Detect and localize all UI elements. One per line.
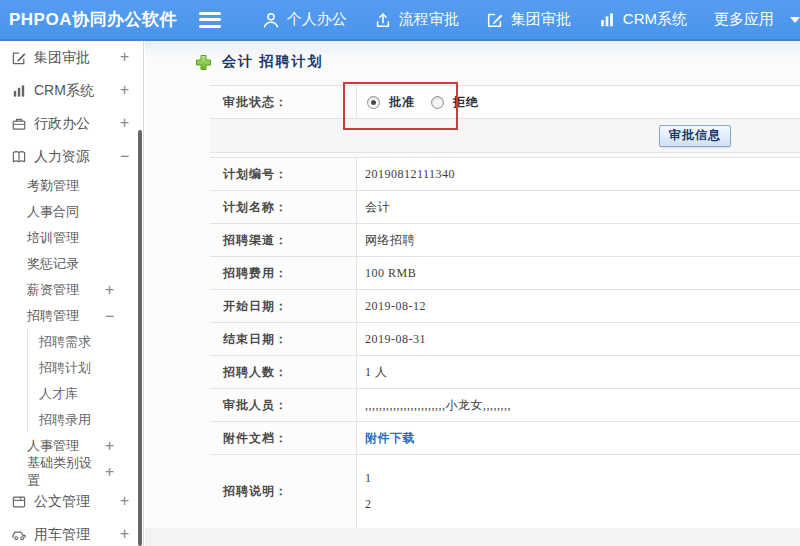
sidebar-item-label: 招聘需求 <box>39 333 91 351</box>
approval-status-value: 批准 拒绝 <box>357 86 800 118</box>
field-row-recruit-cost: 招聘费用：100 RMB <box>210 257 800 290</box>
sidebar-item-recruit-hire[interactable]: 招聘录用 <box>27 407 143 433</box>
sidebar-item-attendance-mgmt[interactable]: 考勤管理 <box>0 173 143 199</box>
car-icon <box>10 526 27 543</box>
sidebar-item-hr-contract[interactable]: 人事合同 <box>0 199 143 225</box>
sidebar-item-base-category-settings[interactable]: 基础类别设置+ <box>0 459 143 485</box>
briefcase-icon <box>10 115 27 132</box>
field-value-start-date: 2019-08-12 <box>357 290 800 322</box>
sidebar-item-recruit-plan[interactable]: 招聘计划 <box>27 355 143 381</box>
field-text: 网络招聘 <box>365 232 415 249</box>
expand-icon[interactable]: + <box>120 494 129 509</box>
sidebar-item-reward-punishment-records[interactable]: 奖惩记录 <box>0 251 143 277</box>
nav-label: 集团审批 <box>511 10 571 29</box>
field-label-plan-number: 计划编号： <box>210 158 357 190</box>
field-row-approvers: 审批人员：,,,,,,,,,,,,,,,,,,,,,,,小龙女,,,,,,,, <box>210 389 800 422</box>
field-label-recruit-channel: 招聘渠道： <box>210 224 357 256</box>
nav-process-approval[interactable]: 流程审批 <box>374 10 459 29</box>
expand-icon[interactable]: + <box>120 83 129 98</box>
description-line: 2 <box>365 491 372 517</box>
sidebar-item-vehicle-mgmt[interactable]: 用车管理+ <box>0 518 143 546</box>
nav-group-approval[interactable]: 集团审批 <box>486 10 571 29</box>
radio-reject[interactable] <box>431 96 444 109</box>
field-row-recruit-channel: 招聘渠道：网络招聘 <box>210 224 800 257</box>
sidebar-item-label: 基础类别设置 <box>27 454 105 490</box>
field-label-recruit-description: 招聘说明： <box>210 455 357 528</box>
field-value-approvers: ,,,,,,,,,,,,,,,,,,,,,,,小龙女,,,,,,,, <box>357 389 800 421</box>
field-text: 1 人 <box>365 364 388 381</box>
nav-label: 流程审批 <box>399 10 459 29</box>
nav-personal-office[interactable]: 个人办公 <box>262 10 347 29</box>
user-icon <box>262 11 280 29</box>
top-nav: 个人办公 流程审批 集团审批 CRM系统 更多应用 <box>235 10 800 29</box>
field-value-attachment-doc: 附件下载 <box>357 422 800 454</box>
doc-icon <box>10 493 27 510</box>
sidebar-item-label: 人才库 <box>39 385 78 403</box>
sidebar-item-label: 行政办公 <box>34 115 90 133</box>
field-label-approvers: 审批人员： <box>210 389 357 421</box>
field-text: 2019-08-12 <box>365 299 426 314</box>
app-logo[interactable]: PHPOA协同办公软件 <box>0 8 191 31</box>
approval-info-button[interactable]: 审批信息 <box>659 125 731 147</box>
sidebar-item-salary-mgmt[interactable]: 薪资管理+ <box>0 277 143 303</box>
sidebar-menu: 集团审批+CRM系统+行政办公+人力资源−考勤管理人事合同培训管理奖惩记录薪资管… <box>0 41 143 546</box>
sidebar-item-crm-system[interactable]: CRM系统+ <box>0 74 143 107</box>
field-row-recruit-description: 招聘说明：12 <box>210 455 800 529</box>
sidebar-item-recruit-mgmt[interactable]: 招聘管理− <box>0 303 143 329</box>
approval-form: 审批状态： 批准 拒绝 审批信息 计划编号：20190812111340计划名称… <box>210 85 800 529</box>
field-text: ,,,,,,,,,,,,,,,,,,,,,,,小龙女,,,,,,,, <box>365 397 511 414</box>
attachment-download-link[interactable]: 附件下载 <box>365 430 415 447</box>
sidebar-scrollbar[interactable] <box>138 130 142 546</box>
expand-icon[interactable]: + <box>120 527 129 542</box>
field-text: 20190812111340 <box>365 167 455 182</box>
nav-label: 个人办公 <box>287 10 347 29</box>
button-bar: 审批信息 <box>210 119 800 153</box>
sidebar-item-talent-pool[interactable]: 人才库 <box>27 381 143 407</box>
approval-status-row: 审批状态： 批准 拒绝 <box>210 85 800 119</box>
add-icon[interactable] <box>195 54 212 71</box>
sidebar-item-training-mgmt[interactable]: 培训管理 <box>0 225 143 251</box>
field-row-end-date: 结束日期：2019-08-31 <box>210 323 800 356</box>
sidebar-item-label: 培训管理 <box>27 229 79 247</box>
expand-icon[interactable]: + <box>105 283 114 298</box>
field-label-plan-name: 计划名称： <box>210 191 357 223</box>
collapse-icon[interactable]: − <box>105 309 114 324</box>
expand-icon[interactable]: + <box>105 465 114 480</box>
main-content: 会计 招聘计划 审批状态： 批准 拒绝 审批信息 计划编号：2019081211… <box>145 41 800 546</box>
radio-approve-label[interactable]: 批准 <box>389 94 415 111</box>
expand-icon[interactable]: + <box>120 50 129 65</box>
sidebar-item-admin-office[interactable]: 行政办公+ <box>0 107 143 140</box>
nav-crm-system[interactable]: CRM系统 <box>598 10 687 29</box>
collapse-icon[interactable]: − <box>120 149 129 164</box>
hamburger-menu-button[interactable] <box>199 12 221 28</box>
edit-square-icon <box>486 11 504 29</box>
radio-reject-label[interactable]: 拒绝 <box>453 94 479 111</box>
page-title-bar: 会计 招聘计划 <box>195 53 324 71</box>
expand-icon[interactable]: + <box>120 116 129 131</box>
book-icon <box>10 148 27 165</box>
field-label-attachment-doc: 附件文档： <box>210 422 357 454</box>
expand-icon[interactable]: + <box>105 439 114 454</box>
sidebar-item-group-approval[interactable]: 集团审批+ <box>0 41 143 74</box>
sidebar-item-recruit-demand[interactable]: 招聘需求 <box>27 329 143 355</box>
nav-more-apps[interactable]: 更多应用 <box>714 10 800 29</box>
sidebar: 集团审批+CRM系统+行政办公+人力资源−考勤管理人事合同培训管理奖惩记录薪资管… <box>0 41 144 546</box>
sidebar-item-label: 奖惩记录 <box>27 255 79 273</box>
field-label-end-date: 结束日期： <box>210 323 357 355</box>
sidebar-item-label: 用车管理 <box>34 526 90 544</box>
sidebar-item-label: 薪资管理 <box>27 281 79 299</box>
sidebar-item-label: 招聘管理 <box>27 307 79 325</box>
radio-approve[interactable] <box>367 96 380 109</box>
process-icon <box>374 11 392 29</box>
field-label-recruit-cost: 招聘费用： <box>210 257 357 289</box>
field-label-recruit-headcount: 招聘人数： <box>210 356 357 388</box>
field-label-approval-status: 审批状态： <box>210 86 357 118</box>
detail-table: 计划编号：20190812111340计划名称：会计招聘渠道：网络招聘招聘费用：… <box>210 157 800 529</box>
approval-status-radio-group: 批准 拒绝 <box>365 94 495 111</box>
nav-label: 更多应用 <box>714 10 774 29</box>
field-value-recruit-cost: 100 RMB <box>357 257 800 289</box>
field-value-recruit-headcount: 1 人 <box>357 356 800 388</box>
field-text: 2019-08-31 <box>365 332 426 347</box>
sidebar-item-human-resources[interactable]: 人力资源− <box>0 140 143 173</box>
field-value-end-date: 2019-08-31 <box>357 323 800 355</box>
